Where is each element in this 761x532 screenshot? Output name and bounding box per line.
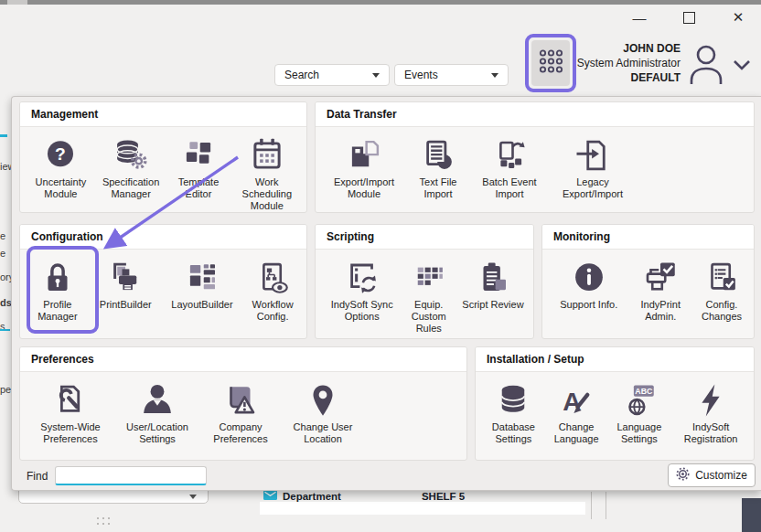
section-body: System-Wide PreferencesUser/Location Set… <box>20 372 466 446</box>
menu-item-label: Text File Import <box>409 176 467 200</box>
lightning-icon <box>691 379 730 421</box>
drag-handle[interactable] <box>97 517 112 526</box>
menu-item-config-changes[interactable]: Config. Changes <box>693 256 750 324</box>
user-name: JOHN DOE <box>569 41 681 56</box>
menu-item-label: Company Preferences <box>203 421 278 445</box>
menu-item-label: Language Settings <box>611 421 669 445</box>
search-dropdown-label: Search <box>284 69 319 81</box>
template-cubes-icon <box>179 134 218 176</box>
envelope-icon <box>263 490 277 502</box>
maximize-button[interactable] <box>675 5 702 29</box>
print-builder-icon <box>106 257 145 299</box>
menu-item-label: Uncertainty Module <box>29 176 92 200</box>
background-department-row: Department SHELF 5 <box>260 490 585 502</box>
window-top-edge <box>0 0 761 5</box>
customize-button[interactable]: Customize <box>668 463 756 487</box>
calendar-icon <box>248 134 286 176</box>
menu-item-label: System-Wide Preferences <box>29 421 112 445</box>
find-input[interactable] <box>55 466 207 485</box>
menu-item-batch-event-import[interactable]: Batch Event Import <box>471 133 548 201</box>
occluded-text-fragment: ds <box>0 297 11 308</box>
doc-wrench-icon <box>51 379 90 421</box>
menu-item-label: Profile Manager <box>29 299 86 323</box>
menu-item-support-info[interactable]: Support Info. <box>550 256 628 312</box>
section-title: Scripting <box>316 225 533 250</box>
menu-item-legacy-export-import[interactable]: Legacy Export/Import <box>550 133 636 201</box>
menu-item-label: Change Language <box>548 421 606 445</box>
menu-item-label: LayoutBuilder <box>171 299 232 311</box>
menu-item-export-import-module[interactable]: Export/Import Module <box>323 133 405 201</box>
app-window: — ✕ Search Events JOHN DOE System Admini… <box>0 0 761 532</box>
doc-check-icon <box>702 257 741 299</box>
find-label: Find <box>27 470 48 483</box>
rules-grid-icon <box>410 257 448 299</box>
menu-item-language-settings[interactable]: ABCLanguage Settings <box>609 378 670 446</box>
menu-item-database-settings[interactable]: Database Settings <box>483 378 544 446</box>
avatar[interactable] <box>684 42 728 86</box>
menu-item-system-wide-preferences[interactable]: System-Wide Preferences <box>27 378 113 446</box>
search-dropdown[interactable]: Search <box>274 64 390 86</box>
occluded-accent-mark <box>0 329 10 331</box>
close-button[interactable]: ✕ <box>724 5 752 29</box>
background-divider <box>606 492 606 519</box>
menu-item-script-review[interactable]: Script Review <box>456 256 530 312</box>
section-body: Profile ManagerPrintBuilderLayoutBuilder… <box>20 250 306 324</box>
menu-item-label: Work Scheduling Module <box>233 176 301 212</box>
menu-item-change-language[interactable]: AChange Language <box>546 378 607 446</box>
section-scripting: ScriptingIndySoft Sync OptionsEquip. Cus… <box>315 224 534 339</box>
menu-item-work-scheduling-module[interactable]: Work Scheduling Module <box>231 133 303 213</box>
maximize-icon <box>683 12 695 24</box>
apps-grid-button[interactable] <box>531 40 570 86</box>
gear-icon <box>676 467 690 484</box>
menu-item-label: Support Info. <box>560 299 617 311</box>
menu-item-user-location-settings[interactable]: User/Location Settings <box>115 378 199 446</box>
section-management: Management?Uncertainty ModuleSpecificati… <box>19 101 307 213</box>
menu-item-specification-manager[interactable]: Specification Manager <box>96 133 166 201</box>
menu-item-company-preferences[interactable]: Company Preferences <box>201 378 280 446</box>
window-top-tab <box>7 0 27 5</box>
menu-item-text-file-import[interactable]: Text File Import <box>407 133 469 201</box>
chevron-down-icon <box>491 73 498 78</box>
menu-item-label: Script Review <box>462 299 523 311</box>
menu-item-label: IndySoft Registration <box>673 421 748 445</box>
find-bar: Find <box>27 466 207 485</box>
user-profile: DEFAULT <box>569 70 681 85</box>
user-role: System Administrator <box>569 56 681 70</box>
legacy-import-icon <box>573 134 612 176</box>
department-value: SHELF 5 <box>422 491 465 502</box>
info-circle-icon <box>570 257 608 299</box>
occluded-text-fragment: e <box>0 230 11 241</box>
avatar-icon <box>684 73 728 89</box>
menu-item-label: Export/Import Module <box>325 176 403 200</box>
section-title: Configuration <box>20 225 306 250</box>
menu-item-indysoft-sync-options[interactable]: IndySoft Sync Options <box>323 256 401 324</box>
menu-item-label: Config. Changes <box>695 299 748 323</box>
user-menu-chevron[interactable] <box>733 58 751 69</box>
events-dropdown[interactable]: Events <box>394 64 509 86</box>
menu-item-label: Batch Event Import <box>473 176 546 200</box>
section-title: Monitoring <box>542 225 754 250</box>
padlock-icon <box>38 257 77 299</box>
menu-item-workflow-config[interactable]: Workflow Config. <box>242 256 303 324</box>
menu-item-template-editor[interactable]: Template Editor <box>167 133 229 201</box>
menu-item-uncertainty-module[interactable]: ?Uncertainty Module <box>27 133 94 201</box>
occluded-text-fragment: iew <box>0 161 11 172</box>
menu-item-change-user-location[interactable]: Change User Location <box>282 378 364 446</box>
menu-item-profile-manager[interactable]: Profile Manager <box>27 256 88 324</box>
menu-item-label: PrintBuilder <box>100 299 152 311</box>
database-icon <box>494 379 532 421</box>
menu-item-label: User/Location Settings <box>117 421 198 445</box>
minimize-button[interactable]: — <box>626 5 653 29</box>
menu-item-indyprint-admin[interactable]: IndyPrint Admin. <box>630 256 691 324</box>
text-file-icon <box>419 134 457 176</box>
menu-item-indysoft-registration[interactable]: IndySoft Registration <box>671 378 750 446</box>
menu-item-printbuilder[interactable]: PrintBuilder <box>90 256 162 312</box>
menu-item-label: Legacy Export/Import <box>552 176 634 200</box>
menu-item-layoutbuilder[interactable]: LayoutBuilder <box>164 256 241 312</box>
database-gear-icon <box>112 134 150 176</box>
user-info: JOHN DOE System Administrator DEFAULT <box>569 41 681 85</box>
menu-item-equip-custom-rules[interactable]: Equip. Custom Rules <box>402 256 455 335</box>
section-title: Installation / Setup <box>476 347 754 372</box>
map-pin-icon <box>304 379 342 421</box>
menu-item-label: Specification Manager <box>98 176 165 200</box>
